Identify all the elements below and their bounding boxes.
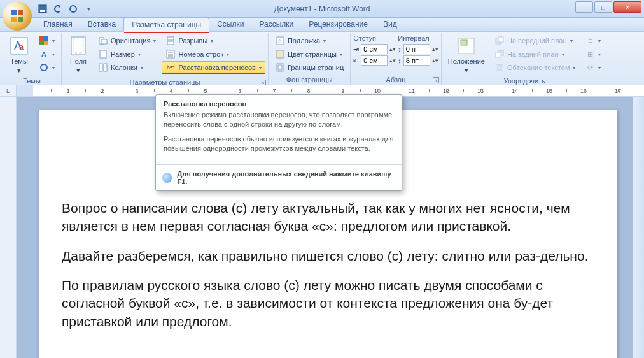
spacing-label: Интервал (398, 34, 438, 42)
paragraph[interactable]: По правилам русского языка слово (с) лет… (62, 276, 594, 331)
svg-rect-21 (104, 64, 107, 71)
svg-rect-11 (44, 36, 48, 41)
orientation-icon (98, 36, 108, 46)
maximize-button[interactable]: □ (594, 1, 612, 13)
ruler-tick: 15 (532, 85, 566, 96)
svg-rect-34 (461, 40, 467, 45)
text-wrap-button[interactable]: Обтекание текстом▾ (491, 61, 580, 74)
undo-button[interactable] (52, 3, 64, 15)
stepper-icon[interactable]: ▴▾ (432, 57, 438, 64)
paragraph[interactable]: Давайте разберемся, как правильно пишетс… (62, 247, 594, 265)
group-icon: ⊞ (585, 49, 595, 59)
indent-left-icon: ⇥ (353, 45, 359, 54)
redo-icon (69, 4, 78, 13)
indent-left-input[interactable] (361, 44, 388, 54)
tab-page-layout[interactable]: Разметка страницы (123, 18, 209, 32)
columns-button[interactable]: Колонки▾ (94, 61, 160, 74)
size-button[interactable]: Размер▾ (94, 48, 160, 61)
tab-review[interactable]: Рецензирование (301, 18, 375, 31)
rotate-icon: ⟳ (585, 62, 595, 73)
breaks-button[interactable]: Разрывы▾ (162, 34, 265, 47)
orientation-button[interactable]: Ориентация▾ (94, 34, 160, 47)
tab-view[interactable]: Вид (375, 18, 405, 31)
group-page-background: AПодложка▾ Цвет страницы▾ Границы страни… (269, 33, 351, 85)
theme-effects-button[interactable]: ▾ (35, 61, 59, 74)
bring-front-button[interactable]: На передний план▾ (491, 34, 580, 47)
send-back-button[interactable]: На задний план▾ (491, 48, 580, 61)
page-color-button[interactable]: Цвет страницы▾ (271, 48, 347, 61)
svg-rect-0 (11, 10, 17, 15)
indent-right-input[interactable] (361, 55, 388, 66)
hyphenation-button[interactable]: bª⁻Расстановка переносов▾ (162, 61, 265, 74)
tab-mailings[interactable]: Рассылки (251, 18, 301, 31)
themes-button[interactable]: Aa Темы ▾ (5, 34, 33, 76)
group-label-page-bg: Фон страницы (269, 76, 350, 85)
svg-rect-22 (167, 37, 174, 40)
close-icon: ✕ (625, 4, 630, 11)
svg-rect-19 (100, 50, 106, 58)
effects-icon (39, 62, 49, 73)
title-bar: ▾ Документ1 - Microsoft Word — □ ✕ (0, 0, 644, 18)
position-button[interactable]: Положение▾ (444, 34, 489, 76)
office-button[interactable] (3, 1, 32, 31)
size-icon (98, 49, 108, 59)
svg-rect-5 (40, 10, 45, 12)
ruler-tick: 14 (498, 85, 532, 96)
ribbon: Aa Темы ▾ ▾ A▾ ▾ Темы Поля▾ Ориентация▾ … (0, 32, 644, 85)
theme-fonts-button[interactable]: A▾ (35, 48, 59, 61)
margins-button[interactable]: Поля▾ (64, 34, 92, 76)
line-numbers-button[interactable]: Номера строк▾ (162, 48, 265, 61)
office-logo-icon (10, 8, 25, 24)
minimize-button[interactable]: — (575, 1, 593, 13)
window-title: Документ1 - Microsoft Word (274, 4, 370, 13)
close-button[interactable]: ✕ (613, 1, 641, 13)
vertical-scrollbar[interactable] (633, 97, 644, 358)
redo-button[interactable] (67, 3, 79, 15)
svg-rect-13 (44, 41, 48, 45)
tab-home[interactable]: Главная (36, 18, 80, 31)
spacing-before-icon: ↕ (398, 45, 402, 53)
vertical-ruler[interactable] (0, 97, 17, 358)
group-paragraph: Отступ ⇥▴▾ ⇤▴▾ Интервал ↕▴▾ ↕▴▾ Абзац↘ (351, 33, 442, 85)
rotate-button[interactable]: ⟳▾ (581, 61, 605, 74)
watermark-button[interactable]: AПодложка▾ (271, 34, 347, 47)
stepper-icon[interactable]: ▴▾ (389, 57, 396, 64)
maximize-icon: □ (601, 4, 605, 11)
send-back-icon (494, 49, 505, 59)
spacing-before-input[interactable] (403, 44, 430, 54)
indent-label: Отступ (353, 34, 396, 42)
paragraph[interactable]: Вопрос о написании слова (с) лету актуал… (62, 199, 594, 236)
save-button[interactable] (37, 3, 48, 15)
margins-icon (68, 36, 88, 56)
stepper-icon[interactable]: ▴▾ (432, 46, 438, 52)
save-icon (38, 4, 47, 13)
page-borders-button[interactable]: Границы страниц (271, 61, 347, 74)
align-button[interactable]: ≡▾ (581, 34, 605, 47)
breaks-icon (165, 36, 176, 46)
spacing-after-input[interactable] (403, 55, 430, 66)
stepper-icon[interactable]: ▴▾ (389, 46, 396, 52)
group-button[interactable]: ⊞▾ (581, 48, 605, 61)
position-icon (456, 36, 477, 56)
tab-references[interactable]: Ссылки (209, 18, 251, 31)
ribbon-tabs: Главная Вставка Разметка страницы Ссылки… (0, 18, 644, 32)
page-borders-icon (275, 62, 285, 73)
svg-rect-23 (167, 41, 174, 45)
group-themes: Aa Темы ▾ ▾ A▾ ▾ Темы (3, 33, 62, 85)
themes-icon: Aa (9, 36, 29, 56)
help-icon (162, 173, 172, 183)
svg-rect-3 (18, 17, 23, 22)
theme-colors-button[interactable]: ▾ (35, 34, 59, 47)
qat-dropdown[interactable]: ▾ (83, 3, 94, 15)
svg-rect-10 (39, 36, 44, 41)
ruler-tick: 1 (51, 85, 85, 96)
group-page-setup: Поля▾ Ориентация▾ Размер▾ Колонки▾ Разры… (62, 33, 269, 85)
minimize-icon: — (581, 4, 587, 11)
svg-rect-12 (39, 41, 44, 45)
dialog-launcher-paragraph[interactable]: ↘ (433, 77, 439, 83)
watermark-icon: A (275, 36, 285, 46)
bring-front-icon (494, 36, 505, 46)
group-label-themes: Темы (3, 77, 61, 86)
tab-selector[interactable]: L (0, 85, 17, 96)
tab-insert[interactable]: Вставка (80, 18, 124, 31)
